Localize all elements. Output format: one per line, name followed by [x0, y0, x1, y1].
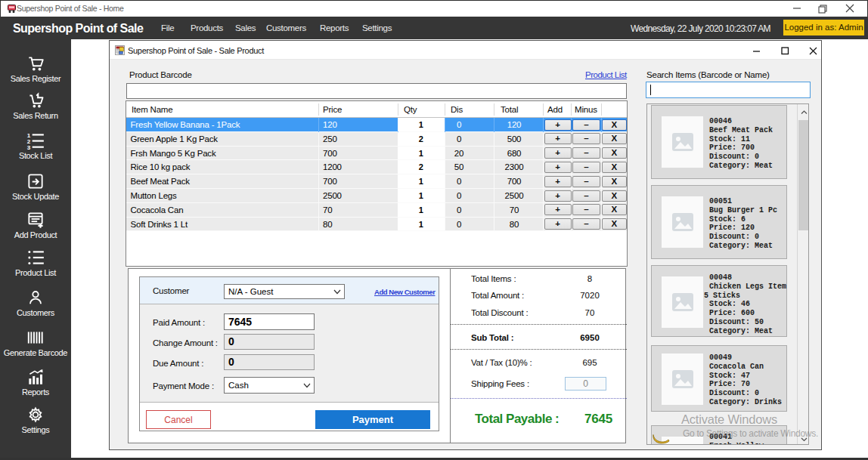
svg-text:3: 3	[27, 144, 31, 150]
